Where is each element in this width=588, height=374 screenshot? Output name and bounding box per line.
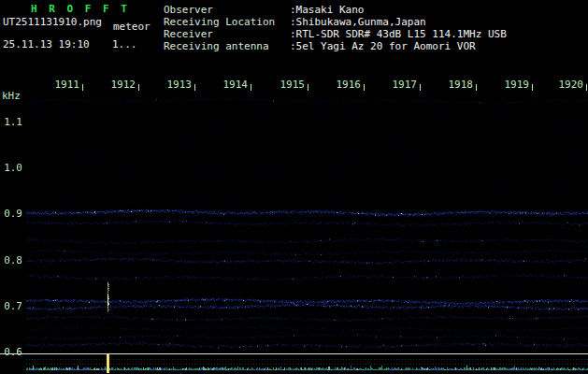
field-label-receiving-location: Receiving Location bbox=[164, 17, 275, 28]
x-tick-mark bbox=[251, 84, 251, 91]
timestamp: 25.11.13 19:10 bbox=[3, 39, 90, 50]
x-tick-mark bbox=[82, 84, 83, 91]
y-tick-label: 0.7 bbox=[0, 301, 22, 312]
y-tick-label: 0.8 bbox=[0, 255, 22, 266]
x-tick-label: 1916 bbox=[331, 79, 361, 91]
x-tick-label: 1918 bbox=[443, 79, 473, 91]
y-tick-label: 1.1 bbox=[0, 117, 22, 128]
y-tick-label: 1.0 bbox=[0, 163, 22, 174]
x-tick-label: 1915 bbox=[275, 79, 305, 91]
y-tick-label: 0.6 bbox=[0, 347, 22, 358]
field-label-receiving-antenna: Receiving antenna bbox=[164, 41, 269, 52]
x-tick-mark bbox=[586, 84, 587, 91]
field-label-receiver: Receiver bbox=[164, 29, 213, 40]
x-tick-label: 1913 bbox=[162, 79, 192, 91]
output-filename: UT2511131910.png bbox=[3, 17, 102, 28]
x-tick-label: 1911 bbox=[50, 79, 79, 91]
x-tick-label: 1914 bbox=[218, 79, 248, 91]
field-value-observer: :Masaki Kano bbox=[290, 5, 364, 16]
x-tick-label: 1920 bbox=[553, 79, 583, 91]
y-axis-unit-label: kHz bbox=[2, 91, 21, 102]
signal-level-strip bbox=[0, 353, 588, 374]
x-tick-mark bbox=[420, 84, 421, 91]
counter: 1... bbox=[112, 39, 137, 50]
app-title: H R O F F T bbox=[31, 4, 130, 15]
x-tick-mark bbox=[476, 84, 477, 91]
field-label-observer: Observer bbox=[164, 5, 213, 16]
mode-label: meteor bbox=[113, 22, 151, 33]
field-value-receiver: :RTL-SDR SDR# 43dB L15 114.1MHz USB bbox=[290, 29, 507, 40]
hrofft-output: H R O F F T UT2511131910.png meteor 25.1… bbox=[0, 0, 588, 374]
y-tick-label: 0.9 bbox=[0, 209, 22, 220]
x-tick-label: 1919 bbox=[499, 79, 529, 91]
field-value-receiving-location: :Shibukawa,Gunma,Japan bbox=[290, 17, 426, 28]
x-tick-mark bbox=[532, 84, 533, 91]
x-tick-mark bbox=[194, 84, 195, 91]
x-tick-mark bbox=[308, 84, 308, 91]
x-tick-label: 1912 bbox=[106, 79, 136, 91]
spectrogram-canvas bbox=[26, 96, 588, 352]
field-value-receiving-antenna: :5el Yagi Az 20 for Aomori VOR bbox=[290, 41, 476, 52]
x-tick-mark bbox=[364, 84, 365, 91]
x-tick-label: 1917 bbox=[387, 79, 417, 91]
x-tick-mark bbox=[138, 84, 139, 91]
